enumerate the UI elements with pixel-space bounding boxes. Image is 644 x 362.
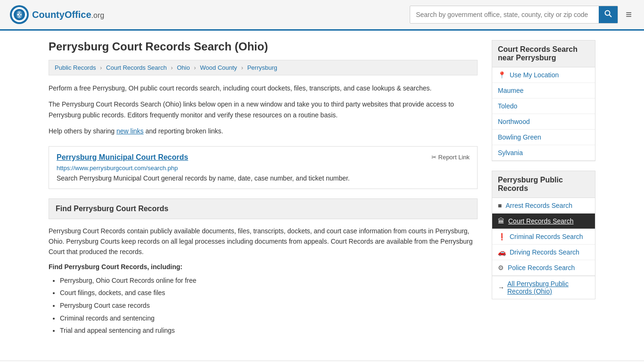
sidebar-public-title: Perrysburg Public Records	[492, 171, 595, 198]
intro-para1: Perform a free Perrysburg, OH public cou…	[49, 83, 478, 93]
breadcrumb-sep-3: ›	[194, 64, 196, 71]
location-pin-icon: 📍	[498, 71, 506, 79]
near-maumee-link[interactable]: Maumee	[498, 87, 523, 94]
sidebar-arrest-records[interactable]: ■ Arrest Records Search	[492, 198, 595, 214]
report-link-text: Report Link	[438, 154, 470, 161]
intro-para2: The Perrysburg Court Records Search (Ohi…	[49, 99, 478, 120]
court-icon: 🏛	[498, 217, 504, 225]
search-icon	[604, 10, 612, 17]
site-header: CO CountyOffice.org ≡	[0, 0, 644, 31]
near-northwood-link[interactable]: Northwood	[498, 118, 530, 125]
sidebar-near-bowling-green[interactable]: Bowling Green	[492, 130, 595, 145]
record-link-box: Perrysburg Municipal Court Records ✂ Rep…	[49, 146, 478, 189]
sidebar: Court Records Search near Perrysburg 📍 U…	[492, 40, 595, 337]
arrest-icon: ■	[498, 202, 502, 209]
main-content: Perrysburg Court Records Search (Ohio) P…	[49, 40, 478, 337]
report-link-icon: ✂	[431, 154, 437, 161]
intro-para3-prefix: Help others by sharing	[49, 127, 116, 135]
svg-line-6	[610, 15, 612, 17]
svg-text:CO: CO	[16, 12, 23, 17]
sidebar-near-northwood[interactable]: Northwood	[492, 114, 595, 130]
sidebar-driving-records[interactable]: 🚗 Driving Records Search	[492, 245, 595, 260]
arrest-records-link[interactable]: Arrest Records Search	[505, 202, 572, 209]
near-bowling-green-link[interactable]: Bowling Green	[498, 133, 541, 141]
svg-point-5	[605, 11, 610, 16]
sidebar-police-records[interactable]: ⚙ Police Records Search	[492, 260, 595, 276]
find-section-title: Find Perrysburg Court Records	[56, 205, 471, 213]
near-sylvania-link[interactable]: Sylvania	[498, 149, 523, 156]
sidebar-near-maumee[interactable]: Maumee	[492, 83, 595, 99]
near-toledo-link[interactable]: Toledo	[498, 102, 517, 110]
police-records-link[interactable]: Police Records Search	[508, 264, 575, 272]
list-item: Criminal records and sentencing	[60, 312, 478, 325]
criminal-icon: ❗	[498, 233, 506, 240]
sidebar-near-list: 📍 Use My Location Maumee Toledo Northwoo…	[492, 67, 595, 161]
record-link-desc: Search Perrysburg Municipal Court genera…	[57, 174, 470, 182]
police-icon: ⚙	[498, 264, 504, 272]
main-search-bar	[410, 6, 618, 24]
sidebar-near-title: Court Records Search near Perrysburg	[492, 40, 595, 67]
breadcrumb: Public Records › Court Records Search › …	[49, 60, 478, 75]
breadcrumb-perrysburg[interactable]: Perrysburg	[247, 64, 277, 71]
list-item: Trial and appeal sentencing and rulings	[60, 324, 478, 337]
use-location-item[interactable]: 📍 Use My Location	[492, 67, 595, 83]
list-item: Perrysburg Court case records	[60, 299, 478, 312]
sidebar-criminal-records[interactable]: ❗ Criminal Records Search	[492, 229, 595, 245]
find-body-text: Perrysburg Court Records contain publicl…	[49, 226, 478, 257]
main-search-button[interactable]	[599, 6, 618, 23]
all-records-link[interactable]: All Perrysburg Public Records (Ohio)	[507, 280, 589, 295]
intro-para3-suffix: and reporting broken links.	[144, 127, 223, 135]
sidebar-near-sylvania[interactable]: Sylvania	[492, 145, 595, 161]
logo-name: CountyOffice	[32, 9, 91, 20]
logo-suffix: .org	[91, 11, 105, 19]
breadcrumb-sep-1: ›	[100, 64, 102, 71]
main-search-input[interactable]	[410, 8, 599, 22]
use-location-link[interactable]: Use My Location	[510, 71, 559, 79]
breadcrumb-sep-2: ›	[171, 64, 173, 71]
menu-icon[interactable]: ≡	[623, 6, 635, 24]
logo-icon: CO	[9, 5, 29, 25]
driving-records-link[interactable]: Driving Records Search	[510, 248, 579, 256]
arrow-icon: →	[498, 284, 504, 291]
record-link-url[interactable]: https://www.perrysburgcourt.com/search.p…	[57, 165, 470, 172]
breadcrumb-public-records[interactable]: Public Records	[55, 64, 96, 71]
page-wrapper: Perrysburg Court Records Search (Ohio) P…	[39, 31, 605, 346]
list-item: Court filings, dockets, and case files	[60, 287, 478, 299]
sidebar-court-records[interactable]: 🏛 Court Records Search	[492, 214, 595, 229]
record-link-header: Perrysburg Municipal Court Records ✂ Rep…	[57, 153, 470, 162]
record-link-title[interactable]: Perrysburg Municipal Court Records	[57, 153, 188, 162]
page-title: Perrysburg Court Records Search (Ohio)	[49, 40, 478, 53]
sidebar-public: Perrysburg Public Records ■ Arrest Recor…	[492, 171, 595, 299]
logo[interactable]: CO CountyOffice.org	[9, 5, 104, 25]
sidebar-public-list: ■ Arrest Records Search 🏛 Court Records …	[492, 198, 595, 276]
court-records-link[interactable]: Court Records Search	[508, 217, 574, 225]
find-including-label: Find Perrysburg Court Records, including…	[49, 263, 478, 271]
list-item: Perrysburg, Ohio Court Records online fo…	[60, 274, 478, 287]
breadcrumb-wood-county[interactable]: Wood County	[200, 64, 237, 71]
find-section-header: Find Perrysburg Court Records	[49, 198, 478, 219]
header-right: ≡	[410, 6, 635, 24]
breadcrumb-sep-4: ›	[241, 64, 243, 71]
criminal-records-link[interactable]: Criminal Records Search	[510, 233, 583, 240]
sidebar-near: Court Records Search near Perrysburg 📍 U…	[492, 40, 595, 161]
all-records-link-container: → All Perrysburg Public Records (Ohio)	[492, 276, 595, 299]
report-link-button[interactable]: ✂ Report Link	[431, 154, 470, 161]
breadcrumb-ohio[interactable]: Ohio	[177, 64, 190, 71]
new-links-link[interactable]: new links	[116, 127, 144, 135]
driving-icon: 🚗	[498, 248, 506, 256]
breadcrumb-court-records[interactable]: Court Records Search	[106, 64, 167, 71]
intro-para3: Help others by sharing new links and rep…	[49, 126, 478, 136]
sidebar-near-toledo[interactable]: Toledo	[492, 99, 595, 114]
find-list: Perrysburg, Ohio Court Records online fo…	[49, 274, 478, 337]
